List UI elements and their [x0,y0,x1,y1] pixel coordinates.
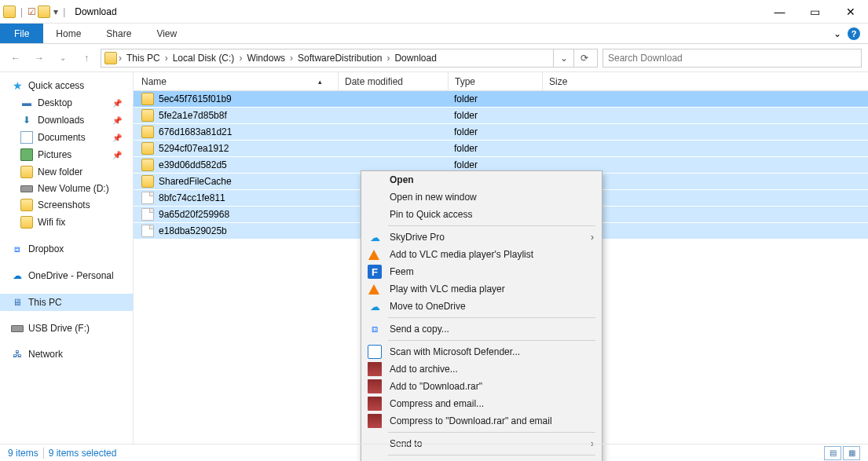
breadcrumb[interactable]: Download [391,53,439,64]
share-tab[interactable]: Share [93,24,144,43]
view-thumbnails-button[interactable]: ▦ [843,446,860,460]
file-type: folder [448,126,542,137]
ctx-compress-email[interactable]: Compress and email... [361,395,602,412]
navigation-pane: ★Quick access ▬Desktop📌 ⬇Downloads📌 Docu… [0,72,134,444]
file-name: 9a65d20f259968 [159,209,229,220]
folder-icon [141,142,154,155]
sidebar-item-network[interactable]: 🖧Network [0,346,133,363]
column-type[interactable]: Type [448,72,542,90]
ribbon-expand[interactable]: ⌄ [833,28,841,39]
minimize-button[interactable]: — [762,0,797,24]
folder-icon [141,93,154,105]
table-row[interactable]: 5294cf07ea1912folder [134,141,868,157]
back-button[interactable]: ← [6,49,25,68]
file-name: 5294cf07ea1912 [159,143,229,154]
sidebar-item-documents[interactable]: Documents📌 [0,129,133,146]
defender-icon [368,345,382,359]
ribbon: File Home Share View ⌄ ? [0,24,868,44]
context-menu: Open Open in new window Pin to Quick acc… [361,170,602,461]
address-dropdown[interactable]: ⌄ [553,49,573,67]
forward-button[interactable]: → [30,49,49,68]
table-row[interactable]: 676d1683a81d21folder [134,124,868,141]
sidebar-item-this-pc[interactable]: 🖥This PC [0,294,133,311]
ctx-vlc-playlist[interactable]: Add to VLC media player's Playlist [361,246,602,263]
file-name: e39d06dd582d5 [159,159,227,170]
sidebar-item-downloads[interactable]: ⬇Downloads📌 [0,112,133,129]
address-bar[interactable]: › This PC› Local Disk (C:)› Windows› Sof… [101,49,598,68]
file-name: 5fe2a1e7d85b8f [159,110,227,121]
pin-icon: 📌 [112,151,122,159]
home-tab[interactable]: Home [43,24,93,43]
dropbox-icon: ⧈ [368,322,382,336]
ctx-move-onedrive[interactable]: ☁Move to OneDrive [361,298,602,315]
folder-icon [141,159,154,171]
ctx-defender-scan[interactable]: Scan with Microsoft Defender... [361,343,602,360]
vlc-icon [368,250,379,260]
sidebar-item-new-volume[interactable]: New Volume (D:) [0,181,133,196]
pin-icon: 📌 [112,99,122,108]
pin-icon: 📌 [112,116,122,125]
refresh-button[interactable]: ⟳ [573,49,594,67]
sidebar-item-pictures[interactable]: Pictures📌 [0,146,133,163]
folder-icon [141,175,154,188]
status-bar: 9 items 9 items selected ▤ ▦ [0,444,868,461]
breadcrumb[interactable]: Windows [244,53,288,64]
close-button[interactable]: ✕ [833,0,868,24]
view-details-button[interactable]: ▤ [824,446,841,460]
status-selected-count: 9 items selected [49,448,117,459]
view-tab[interactable]: View [144,24,189,43]
file-name: 5ec45f7615f01b9 [159,93,232,104]
ctx-add-archive[interactable]: Add to archive... [361,360,602,378]
file-name: SharedFileCache [159,176,232,187]
ctx-skydrive-pro[interactable]: ☁SkyDrive Pro› [361,229,602,246]
sidebar-item-quick-access[interactable]: ★Quick access [0,77,133,94]
table-row[interactable]: 5ec45f7615f01b9folder [134,91,868,108]
sidebar-item-usb[interactable]: USB Drive (F:) [0,320,133,336]
folder-icon [3,5,16,18]
maximize-button[interactable]: ▭ [797,0,833,24]
file-icon [141,208,154,221]
column-size[interactable]: Size [542,72,605,90]
winrar-icon [368,414,382,428]
ctx-add-download-rar[interactable]: Add to "Download.rar" [361,378,602,395]
folder-icon [38,5,50,18]
column-headers: Name▴ Date modified Type Size [134,72,868,91]
winrar-icon [368,362,382,376]
status-item-count: 9 items [8,448,38,459]
file-name: 676d1683a81d21 [159,126,232,137]
ctx-compress-rar-email[interactable]: Compress to "Download.rar" and email [361,412,602,430]
column-date[interactable]: Date modified [338,72,448,90]
sort-indicator-icon: ▴ [318,78,322,86]
winrar-icon [368,397,382,411]
sidebar-item-wifi-fix[interactable]: Wifi fix [0,214,133,231]
file-icon [141,225,154,237]
sidebar-item-desktop[interactable]: ▬Desktop📌 [0,94,133,112]
ctx-send-copy[interactable]: ⧈Send a copy... [361,320,602,338]
checkbox-icon[interactable]: ☑ [27,6,36,17]
sidebar-item-dropbox[interactable]: ⧈Dropbox [0,240,133,258]
folder-icon [141,109,154,122]
table-row[interactable]: 5fe2a1e7d85b8ffolder [134,108,868,124]
file-type: folder [448,143,542,154]
ctx-open[interactable]: Open [361,171,602,188]
column-name[interactable]: Name▴ [134,76,338,87]
sidebar-item-onedrive[interactable]: ☁OneDrive - Personal [0,267,133,284]
help-icon[interactable]: ? [848,27,860,40]
folder-icon [141,126,154,138]
breadcrumb[interactable]: SoftwareDistribution [295,53,385,64]
window-title: Download [75,6,116,17]
ctx-vlc-play[interactable]: Play with VLC media player [361,280,602,298]
ctx-open-new-window[interactable]: Open in new window [361,188,602,206]
file-icon [141,192,154,204]
file-list-pane: Name▴ Date modified Type Size 5ec45f7615… [134,72,868,444]
up-button[interactable]: ↑ [77,49,96,68]
breadcrumb[interactable]: This PC [123,53,163,64]
sidebar-item-new-folder[interactable]: New folder [0,163,133,181]
ctx-pin-quick-access[interactable]: Pin to Quick access [361,206,602,223]
ctx-feem[interactable]: FFeem [361,263,602,280]
file-tab[interactable]: File [0,24,43,43]
breadcrumb[interactable]: Local Disk (C:) [170,53,238,64]
search-input[interactable] [602,49,862,68]
recent-dropdown[interactable]: ⌄ [53,49,72,68]
sidebar-item-screenshots[interactable]: Screenshots [0,196,133,214]
